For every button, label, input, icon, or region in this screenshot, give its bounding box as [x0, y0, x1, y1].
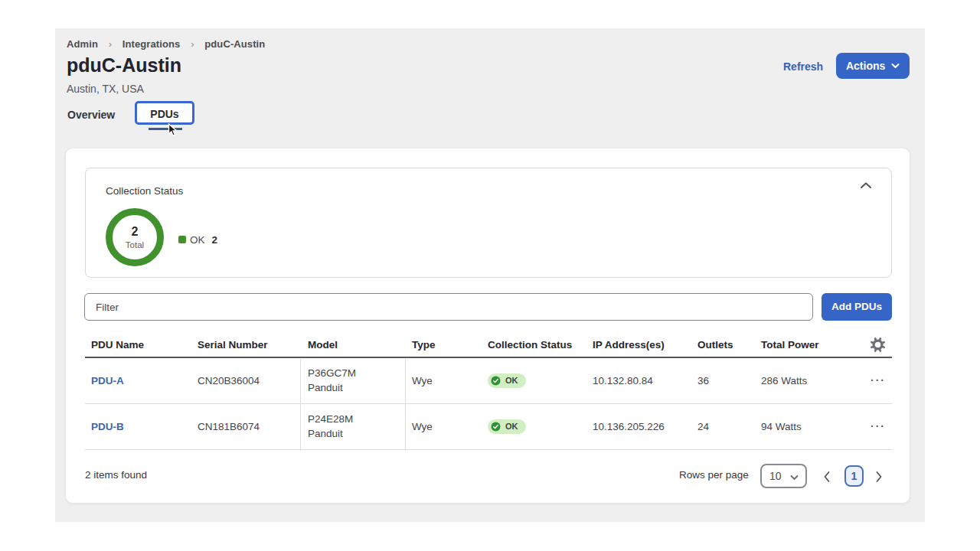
svg-text:2: 2	[132, 225, 139, 238]
svg-text:Total: Total	[126, 240, 144, 249]
